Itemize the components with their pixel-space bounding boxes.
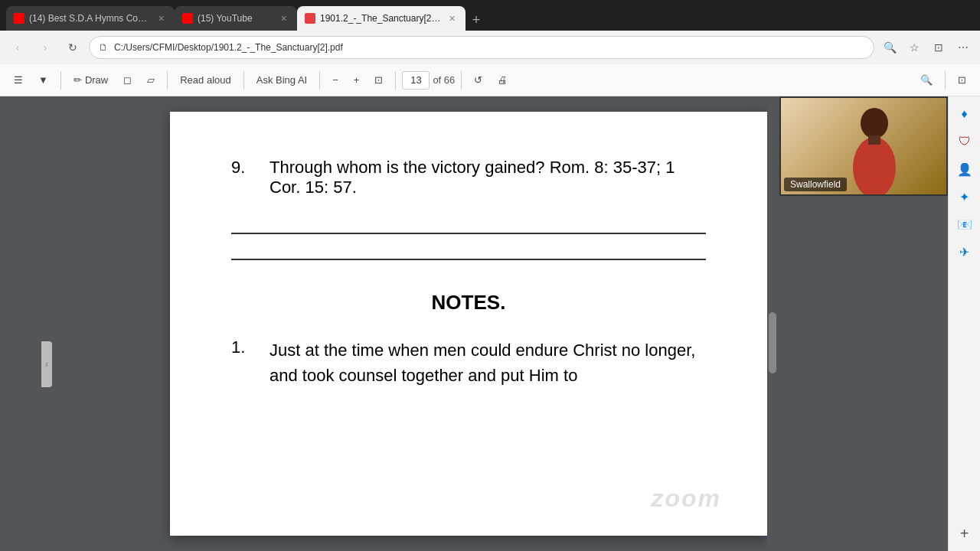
sidebar-add-icon[interactable]: +	[953, 522, 976, 545]
notes-title: NOTES.	[231, 291, 706, 315]
ask-bing-button[interactable]: Ask Bing AI	[250, 70, 313, 91]
browser-window: (14) Best S.D.A Hymns Compilat... ✕ (15)…	[0, 0, 980, 551]
tab-3-close[interactable]: ✕	[446, 12, 458, 24]
note-1-item: 1. Just at the time when men could endur…	[231, 337, 706, 388]
filter-button[interactable]: ▼	[32, 70, 54, 91]
separator-3	[243, 71, 244, 90]
refresh-button[interactable]: ↻	[61, 36, 84, 59]
favorite-button[interactable]: ☆	[903, 37, 925, 58]
question-9-text: Through whom is the victory gained? Rom.…	[270, 158, 706, 197]
draw-button[interactable]: ✏ Draw	[67, 70, 114, 91]
tab-3[interactable]: 1901.2_-_The_Sanctuary[2].pdf ✕	[297, 6, 466, 31]
collections-button[interactable]: ⋯	[952, 37, 974, 58]
tab-2[interactable]: (15) YouTube ✕	[175, 6, 297, 31]
collapse-handle[interactable]: ‹	[41, 341, 52, 387]
zoom-out-icon: −	[332, 74, 338, 86]
zoom-in-icon: +	[354, 74, 360, 86]
camera-name-badge: Swallowfield	[784, 178, 847, 191]
note-1-number: 1.	[231, 337, 254, 388]
highlight-button[interactable]: ▱	[141, 70, 161, 91]
draw-label: Draw	[85, 74, 108, 86]
person-silhouette	[848, 106, 901, 194]
svg-point-0	[861, 108, 888, 139]
sidebar-right: ♦ 🛡 👤 ✦ 📧 ✈ +	[948, 96, 980, 551]
pdf-toolbar: ☰ ▼ ✏ Draw ◻ ▱ Read aloud Ask Bing AI − …	[0, 64, 980, 96]
tab-2-favicon	[182, 13, 193, 24]
read-aloud-label: Read aloud	[180, 74, 231, 86]
zoom-watermark: zoom	[651, 484, 721, 513]
zoom-out-button[interactable]: −	[326, 70, 345, 91]
pdf-scrollbar[interactable]	[767, 96, 778, 551]
separator-6	[461, 71, 462, 90]
sidebar-copilot-icon[interactable]: ✦	[953, 185, 976, 208]
forward-button[interactable]: ›	[34, 36, 57, 59]
sidebar-security-icon[interactable]: 🛡	[953, 130, 976, 153]
tab-3-favicon	[305, 13, 315, 24]
answer-line-2	[231, 246, 706, 260]
tab-1-title: (14) Best S.D.A Hymns Compilat...	[29, 13, 150, 24]
search-button[interactable]: 🔍	[914, 70, 939, 91]
sidebar-send-icon[interactable]: ✈	[953, 240, 976, 263]
zoom-button[interactable]: 🔍	[879, 37, 900, 58]
eraser-button[interactable]: ◻	[117, 70, 138, 91]
tab-3-title: 1901.2_-_The_Sanctuary[2].pdf	[320, 13, 441, 24]
notes-section: NOTES. 1. Just at the time when men coul…	[231, 291, 706, 388]
pdf-page: 9. Through whom is the victory gained? R…	[170, 112, 767, 536]
nav-actions: 🔍 ☆ ⊡ ⋯	[879, 37, 974, 58]
zoom-in-button[interactable]: +	[348, 70, 366, 91]
file-icon: 🗋	[99, 42, 108, 53]
note-1-text: Just at the time when men could endure C…	[270, 337, 706, 388]
address-bar[interactable]: 🗋 C:/Users/CFMI/Desktop/1901.2_-_The_San…	[89, 36, 874, 59]
svg-point-1	[853, 137, 896, 194]
answer-lines	[231, 220, 706, 260]
separator-4	[319, 71, 320, 90]
page-total: of 66	[433, 74, 455, 86]
tab-bar: (14) Best S.D.A Hymns Compilat... ✕ (15)…	[0, 0, 980, 31]
new-tab-button[interactable]: +	[466, 9, 487, 31]
question-9-item: 9. Through whom is the victory gained? R…	[231, 158, 706, 197]
print-button[interactable]: 🖨	[492, 70, 514, 91]
ask-bing-label: Ask Bing AI	[256, 74, 307, 86]
fit-page-button[interactable]: ⊡	[368, 70, 389, 91]
rotate-button[interactable]: ↺	[468, 70, 488, 91]
zoom-bottom-bar: ⊞ ⚙	[781, 194, 946, 196]
content-area: Swallowfield ⊞ ⚙ ‹ 9. Through whom is th…	[0, 96, 980, 551]
read-aloud-button[interactable]: Read aloud	[174, 70, 237, 91]
pdf-scroll-thumb[interactable]	[769, 312, 776, 373]
camera-overlay: Swallowfield ⊞ ⚙	[779, 96, 948, 196]
more-button[interactable]: ⊡	[952, 70, 972, 91]
tab-1[interactable]: (14) Best S.D.A Hymns Compilat... ✕	[6, 6, 175, 31]
question-9-number: 9.	[231, 158, 254, 197]
back-button[interactable]: ‹	[6, 36, 29, 59]
tab-1-close[interactable]: ✕	[155, 12, 167, 24]
split-button[interactable]: ⊡	[928, 37, 949, 58]
nav-bar: ‹ › ↻ 🗋 C:/Users/CFMI/Desktop/1901.2_-_T…	[0, 31, 980, 64]
sidebar-account-icon[interactable]: 👤	[953, 158, 976, 181]
tab-2-close[interactable]: ✕	[277, 12, 289, 24]
sidebar-outlook-icon[interactable]: 📧	[953, 213, 976, 236]
separator-1	[60, 71, 61, 90]
separator-2	[167, 71, 168, 90]
tab-1-favicon	[14, 13, 24, 24]
separator-7	[945, 71, 946, 90]
address-text: C:/Users/CFMI/Desktop/1901.2_-_The_Sanct…	[114, 42, 864, 53]
hamburger-button[interactable]: ☰	[8, 70, 29, 91]
tab-2-title: (15) YouTube	[198, 13, 273, 24]
eraser-icon: ◻	[123, 74, 132, 86]
svg-rect-2	[868, 135, 880, 145]
draw-icon: ✏	[74, 74, 82, 86]
pdf-viewer[interactable]: Swallowfield ⊞ ⚙ ‹ 9. Through whom is th…	[0, 96, 948, 551]
page-number-input[interactable]	[402, 71, 430, 90]
camera-background: Swallowfield	[781, 98, 946, 194]
separator-5	[395, 71, 396, 90]
answer-line-1	[231, 220, 706, 234]
sidebar-collections-icon[interactable]: ♦	[953, 103, 976, 126]
